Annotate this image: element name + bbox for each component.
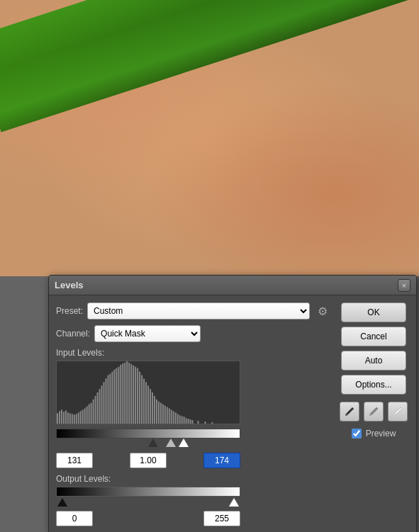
- svg-rect-67: [211, 422, 213, 424]
- input-values-row: [56, 453, 240, 468]
- black-input-handle[interactable]: [148, 438, 158, 447]
- histogram: [56, 361, 240, 424]
- svg-rect-42: [145, 382, 147, 424]
- white-input-handle[interactable]: [179, 438, 189, 447]
- svg-rect-28: [116, 368, 117, 424]
- svg-rect-33: [126, 361, 128, 424]
- svg-rect-27: [113, 370, 115, 424]
- input-mid-value[interactable]: [130, 453, 167, 468]
- gray-eyedropper-icon: [368, 406, 379, 417]
- levels-dialog: Levels × Preset: Custom ⚙ Channel: Qu: [48, 275, 417, 532]
- svg-rect-20: [99, 389, 101, 424]
- preset-select[interactable]: Custom: [87, 302, 310, 319]
- svg-rect-3: [63, 412, 65, 424]
- input-levels-label: Input Levels:: [56, 348, 331, 358]
- channel-row: Channel: Quick Mask: [56, 325, 331, 342]
- svg-rect-12: [82, 409, 84, 424]
- black-eyedropper-button[interactable]: [340, 402, 359, 421]
- channel-label: Channel:: [56, 329, 90, 339]
- black-eyedropper-icon: [344, 406, 355, 417]
- svg-rect-63: [190, 419, 191, 424]
- output-levels-section: Output Levels:: [56, 474, 331, 526]
- svg-rect-18: [95, 396, 96, 424]
- svg-point-68: [345, 414, 347, 416]
- preset-row: Preset: Custom ⚙: [56, 302, 331, 319]
- svg-rect-66: [204, 421, 206, 424]
- svg-rect-11: [80, 411, 82, 424]
- svg-rect-48: [158, 402, 160, 424]
- svg-rect-15: [89, 404, 90, 424]
- output-black-handle[interactable]: [57, 498, 67, 506]
- white-eyedropper-icon: [392, 406, 403, 417]
- svg-rect-44: [150, 389, 151, 424]
- gray-eyedropper-button[interactable]: [364, 402, 384, 421]
- svg-rect-30: [120, 365, 121, 424]
- svg-rect-6: [69, 413, 71, 424]
- cancel-button[interactable]: Cancel: [341, 327, 406, 346]
- svg-rect-34: [128, 363, 130, 424]
- svg-rect-43: [147, 385, 149, 424]
- input-white-value[interactable]: [203, 453, 240, 468]
- svg-rect-10: [78, 412, 79, 424]
- svg-rect-1: [59, 411, 60, 424]
- svg-rect-13: [84, 408, 86, 424]
- dialog-left: Preset: Custom ⚙ Channel: Quick Mask Inp…: [56, 302, 331, 526]
- canvas-area: [0, 0, 419, 276]
- svg-rect-47: [156, 400, 157, 424]
- slider-handles: [56, 438, 240, 448]
- svg-rect-40: [141, 375, 143, 424]
- dialog-body: Preset: Custom ⚙ Channel: Quick Mask Inp…: [49, 295, 416, 532]
- histogram-container: Input Levels:: [56, 348, 331, 424]
- svg-rect-7: [72, 414, 73, 424]
- svg-rect-37: [135, 367, 136, 424]
- input-slider-area: [56, 429, 240, 448]
- options-button[interactable]: Options...: [341, 375, 406, 395]
- mid-input-handle[interactable]: [166, 438, 176, 447]
- output-values-row: [56, 511, 240, 526]
- svg-rect-50: [162, 404, 164, 424]
- close-button[interactable]: ×: [398, 279, 410, 292]
- ok-button[interactable]: OK: [341, 302, 406, 322]
- svg-point-70: [393, 414, 396, 416]
- dialog-title: Levels: [55, 280, 83, 290]
- preset-label: Preset:: [56, 306, 83, 316]
- svg-rect-32: [124, 363, 125, 424]
- svg-rect-24: [107, 375, 108, 424]
- svg-rect-58: [179, 415, 181, 424]
- svg-rect-2: [61, 409, 62, 424]
- svg-rect-14: [86, 407, 88, 424]
- svg-rect-52: [167, 407, 168, 424]
- svg-rect-21: [101, 385, 103, 424]
- svg-rect-65: [197, 421, 199, 424]
- svg-rect-56: [175, 412, 177, 424]
- svg-rect-25: [109, 374, 111, 424]
- svg-rect-26: [111, 372, 113, 424]
- svg-rect-19: [97, 392, 99, 424]
- svg-rect-53: [169, 408, 170, 424]
- svg-rect-59: [181, 416, 183, 424]
- preview-checkbox[interactable]: [352, 429, 362, 438]
- input-black-value[interactable]: [56, 453, 93, 468]
- svg-rect-41: [143, 378, 145, 424]
- output-black-value[interactable]: [56, 511, 93, 526]
- svg-rect-62: [188, 419, 189, 424]
- svg-rect-36: [133, 366, 134, 424]
- white-eyedropper-button[interactable]: [388, 402, 408, 421]
- preview-row: Preview: [352, 429, 396, 438]
- svg-rect-55: [173, 411, 174, 424]
- preview-label: Preview: [366, 429, 396, 438]
- channel-select[interactable]: Quick Mask: [94, 325, 201, 342]
- svg-rect-31: [122, 363, 123, 424]
- histogram-svg: [57, 361, 240, 424]
- gear-icon: ⚙: [318, 305, 328, 318]
- output-white-handle[interactable]: [229, 498, 239, 506]
- svg-rect-45: [152, 392, 153, 424]
- svg-rect-61: [186, 418, 187, 424]
- svg-rect-49: [160, 403, 162, 424]
- svg-rect-0: [57, 413, 58, 424]
- svg-rect-17: [93, 400, 94, 424]
- output-white-value[interactable]: [203, 511, 240, 526]
- gear-button[interactable]: ⚙: [314, 302, 331, 319]
- svg-rect-60: [184, 417, 185, 424]
- auto-button[interactable]: Auto: [341, 351, 406, 370]
